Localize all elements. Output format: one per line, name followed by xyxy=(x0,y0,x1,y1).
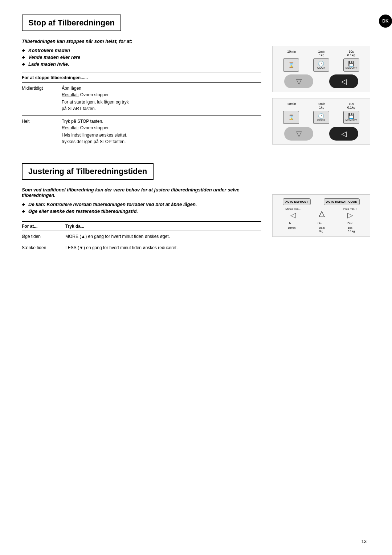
bullet-1: Kontrollere maden xyxy=(22,48,261,53)
defrost-top-row: AUTO DEFROST AUTO REHEAT /COOK xyxy=(276,198,366,205)
plus-arrow: ▷ xyxy=(343,211,357,219)
timer-button-2[interactable]: ⌛ xyxy=(283,111,299,124)
label-10min-2: 10min xyxy=(287,102,296,109)
auto-defrost-btn[interactable]: AUTO DEFROST xyxy=(283,198,311,205)
section2-bullets: De kan: Kontrollere hvordan tilberedning… xyxy=(22,202,261,214)
label-h: h xyxy=(289,222,291,225)
row1-col2: Åbn lågen Resultat: Ovnen stopper For at… xyxy=(62,86,261,113)
memory-label: MEMORY xyxy=(346,66,357,69)
minus-arrow: ◁ xyxy=(285,211,300,219)
panel1-top-labels: 10min 1min1kg 10s0.1kg xyxy=(276,50,366,57)
row2-col2: Tryk på STOP tasten. Resultat: Ovnen sto… xyxy=(62,119,261,146)
section1-block: Stop af Tilberedningen Tilberedningen ka… xyxy=(22,15,374,149)
label-min: min xyxy=(317,222,322,225)
panel-defrost: AUTO DEFROST AUTO REHEAT /COOK Minus min… xyxy=(272,194,370,237)
label-10min: 10min xyxy=(287,50,296,57)
bullet-2: Vende maden eller røre xyxy=(22,54,261,60)
table2-row2: Sænke tiden LESS (▼) en gang for hvert m… xyxy=(22,242,261,253)
nav-right-btn-1[interactable]: ◁ xyxy=(329,74,358,88)
label-10s-2: 10s0.1kg xyxy=(347,102,355,109)
s2-bullet-1: De kan: Kontrollere hvordan tilberedning… xyxy=(22,202,261,207)
defrost-arrows: Minus min - ◁ △ Plus min + ▷ xyxy=(276,207,366,219)
nav-left-btn-1[interactable]: ▽ xyxy=(284,74,313,88)
panel1-buttons: ⌛ 🕐 ClOCK 💾 MEMORY xyxy=(276,58,366,72)
section1-bullets: Kontrollere maden Vende maden eller røre… xyxy=(22,48,261,67)
row1-col1: Midlertidigt xyxy=(22,86,58,113)
section2-content: Som ved traditionel tilberedning kan der… xyxy=(22,187,374,253)
t2r1-col2: MORE (▲) en gang for hvert minut tiden ø… xyxy=(65,234,261,239)
section2-table: For at... Tryk da... Øge tiden MORE (▲) … xyxy=(22,221,261,253)
table1-row2: Helt Tryk på STOP tasten. Resultat: Ovne… xyxy=(22,116,261,149)
section1-right: 10min 1min1kg 10s0.1kg ⌛ 🕐 ClOCK xyxy=(272,39,374,149)
section1-left: Tilberedningen kan stoppes når som helst… xyxy=(22,39,261,149)
t2r1-col1: Øge tiden xyxy=(22,234,65,239)
dk-badge: DK xyxy=(379,15,392,28)
section2-left: Som ved traditionel tilberedning kan der… xyxy=(22,187,261,253)
table2-h2: Tryk da... xyxy=(65,224,261,229)
label-1min-2: 1min1kg xyxy=(318,102,325,109)
bullet-3: Lade maden hvile. xyxy=(22,61,261,67)
memory-button-2[interactable]: 💾 MEMORY xyxy=(343,111,359,124)
section2-intro: Som ved traditionel tilberedning kan der… xyxy=(22,187,261,198)
defrost-bottom-labels: h min Dish xyxy=(276,222,366,225)
s2-bullet-2: Øge eller sænke den resterende tilberedn… xyxy=(22,208,261,214)
memory-icon: 💾 xyxy=(348,61,354,66)
clock-icon: 🕐 xyxy=(318,61,324,66)
memory-button[interactable]: 💾 MEMORY xyxy=(343,58,359,72)
table1-row1: Midlertidigt Åbn lågen Resultat: Ovnen s… xyxy=(22,83,261,116)
memory-icon-2: 💾 xyxy=(348,113,354,118)
auto-reheat-btn[interactable]: AUTO REHEAT /COOK xyxy=(324,198,360,205)
table1-header: For at stoppe tilberedningen...... xyxy=(22,73,261,83)
table2-row1: Øge tiden MORE (▲) en gang for hvert min… xyxy=(22,231,261,242)
section1-intro: Tilberedningen kan stoppes når som helst… xyxy=(22,39,261,44)
section1-title: Stop af Tilberedningen xyxy=(22,15,121,31)
row2-col1: Helt xyxy=(22,119,58,146)
t2r2-col1: Sænke tiden xyxy=(22,245,65,250)
label-10min-p2: 10min xyxy=(288,226,296,233)
timer-icon-2: ⌛ xyxy=(288,115,294,120)
section2-title: Justering af Tilberedningstiden xyxy=(22,163,154,180)
section2-block: Justering af Tilberedningstiden Som ved … xyxy=(22,163,374,253)
label-10s-p2: 10s0.1kg xyxy=(348,226,355,233)
panel-diagram-1: 10min 1min1kg 10s0.1kg ⌛ 🕐 ClOCK xyxy=(272,46,370,92)
plus-label: Plus min + xyxy=(343,207,357,211)
label-dish: Dish xyxy=(347,222,353,225)
timer-button[interactable]: ⌛ xyxy=(283,58,299,72)
nav-right-btn-2[interactable]: ◁ xyxy=(329,127,358,141)
clock-button-2[interactable]: 🕐 ClOCK xyxy=(313,111,329,124)
page-number: 13 xyxy=(362,539,367,544)
panel2-buttons: ⌛ 🕐 ClOCK 💾 MEMORY xyxy=(276,111,366,124)
page: DK Stop af Tilberedningen Tilberedningen… xyxy=(0,0,392,555)
clock-label: ClOCK xyxy=(317,66,325,69)
clock-label-2: ClOCK xyxy=(317,119,325,121)
clock-icon-2: 🕐 xyxy=(318,113,324,118)
section1-content: Tilberedningen kan stoppes når som helst… xyxy=(22,39,374,149)
clock-button[interactable]: 🕐 ClOCK xyxy=(313,58,329,72)
t2r2-col2: LESS (▼) en gang for hvert minut tiden ø… xyxy=(65,245,261,250)
nav-left-btn-2[interactable]: ▽ xyxy=(284,127,313,141)
label-1min: 1min1kg xyxy=(318,50,325,57)
table2-header: For at... Tryk da... xyxy=(22,222,261,231)
memory-label-2: MEMORY xyxy=(346,119,357,121)
minus-label: Minus min - xyxy=(285,207,300,211)
panel2-top-labels: 10min 1min1kg 10s0.1kg xyxy=(276,102,366,109)
section1-table: For at stoppe tilberedningen...... Midle… xyxy=(22,73,261,149)
defrost-bottom-row: 10min 1min1kg 10s0.1kg xyxy=(276,226,366,233)
label-10s: 10s0.1kg xyxy=(347,50,355,57)
panel1-nav: ▽ ◁ xyxy=(276,74,366,88)
table2-h1: For at... xyxy=(22,224,65,229)
up-triangle: △ xyxy=(319,209,325,218)
section2-right: AUTO DEFROST AUTO REHEAT /COOK Minus min… xyxy=(272,187,374,253)
label-1min-p2: 1min1kg xyxy=(318,226,324,233)
timer-icon: ⌛ xyxy=(288,62,294,68)
panel2-nav: ▽ ◁ xyxy=(276,127,366,141)
panel-diagram-2: 10min 1min1kg 10s0.1kg ⌛ 🕐 ClOCK xyxy=(272,98,370,145)
